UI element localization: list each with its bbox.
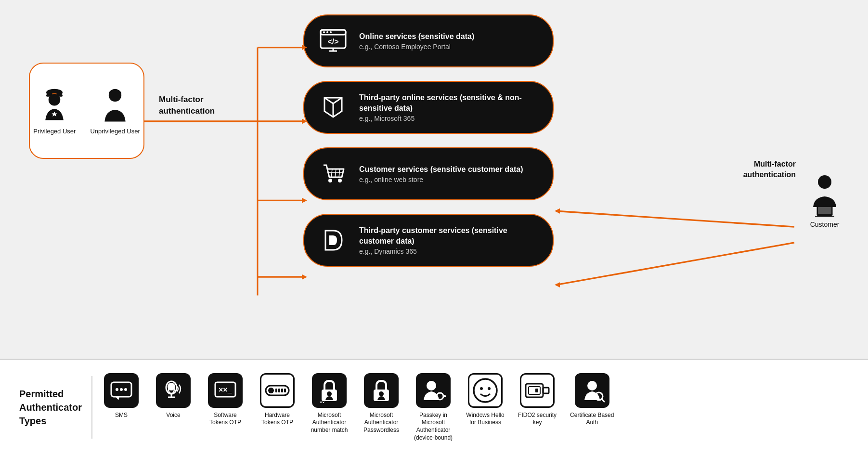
svg-rect-24: [815, 216, 834, 217]
user-group-box: Privileged User Unprivileged User: [29, 63, 144, 159]
svg-point-4: [49, 94, 60, 105]
svg-line-37: [556, 243, 794, 285]
thirdparty-online-subtitle: e.g., Microsoft 365: [359, 115, 539, 122]
auth-item-fido2: FIDO2 securitykey: [518, 373, 557, 427]
ms-auth-passwordless-label: MicrosoftAuthenticatorPasswordless: [363, 412, 399, 434]
bottom-section: PermittedAuthenticatorTypes SMS: [0, 359, 868, 455]
svg-line-74: [602, 399, 605, 402]
cert-based-label: Certificate BasedAuth: [570, 412, 614, 427]
online-services-title: Online services (sensitive data): [359, 31, 474, 42]
thirdparty-customer-icon: [318, 225, 349, 256]
user-icons-row: Privileged User Unprivileged User: [33, 86, 140, 136]
svg-point-66: [480, 387, 483, 390]
svg-point-42: [124, 388, 127, 391]
svg-rect-51: [275, 389, 277, 392]
svg-point-16: [338, 179, 342, 182]
service-box-online: </> Online services (sensitive data) e.g…: [303, 14, 554, 67]
software-tokens-icon-box: ××_: [208, 373, 243, 408]
mfa-right-label: Multi-factor authentication: [743, 159, 796, 181]
auth-item-cert-based: Certificate BasedAuth: [570, 373, 614, 427]
fido2-icon-box: [520, 373, 555, 408]
unprivileged-user-label: Unprivileged User: [90, 128, 140, 136]
svg-marker-36: [555, 208, 560, 214]
svg-point-9: [323, 31, 325, 33]
svg-rect-2: [52, 90, 58, 93]
online-services-subtitle: e.g., Contoso Employee Portal: [359, 43, 474, 51]
svg-line-17: [331, 169, 332, 177]
svg-marker-38: [555, 282, 560, 287]
customer-icon: [805, 173, 844, 217]
customer-services-text: Customer services (sensitive customer da…: [359, 164, 523, 183]
svg-rect-23: [818, 207, 831, 214]
auth-item-passkey: Passkey inMicrosoftAuthenticator(device-…: [414, 373, 453, 442]
privileged-user-icon: [38, 86, 71, 125]
ms-auth-passwordless-icon-box: [364, 373, 399, 408]
thirdparty-customer-text: Third-party customer services (sensitive…: [359, 225, 539, 256]
svg-point-10: [326, 31, 328, 33]
services-column: </> Online services (sensitive data) e.g…: [303, 14, 554, 267]
customer-services-subtitle: e.g., online web store: [359, 176, 523, 183]
svg-rect-53: [281, 389, 283, 392]
svg-marker-34: [302, 274, 307, 280]
svg-text:</>: </>: [327, 38, 338, 46]
privileged-user-block: Privileged User: [33, 86, 76, 136]
online-services-icon: </>: [318, 26, 349, 56]
voice-icon-box: [156, 373, 191, 408]
thirdparty-online-title: Third-party online services (sensitive &…: [359, 92, 539, 114]
cert-based-icon-box: [575, 373, 609, 408]
software-tokens-label: SoftwareTokens OTP: [209, 412, 241, 427]
fido2-label: FIDO2 securitykey: [518, 412, 557, 427]
mfa-left-label: Multi-factor authentication: [159, 94, 215, 117]
svg-point-65: [474, 379, 497, 402]
svg-rect-70: [529, 387, 540, 394]
auth-item-ms-auth-number: ××_ MicrosoftAuthenticatornumber match: [310, 373, 349, 434]
svg-point-21: [818, 175, 831, 189]
svg-line-19: [339, 169, 340, 177]
ms-auth-number-icon-box: ××_: [312, 373, 347, 408]
svg-point-15: [328, 179, 332, 182]
hardware-tokens-icon-box: [260, 373, 295, 408]
privileged-user-label: Privileged User: [33, 128, 76, 136]
svg-rect-52: [278, 389, 280, 392]
auth-item-software-tokens: ××_ SoftwareTokens OTP: [206, 373, 245, 427]
auth-item-ms-auth-passwordless: MicrosoftAuthenticatorPasswordless: [362, 373, 401, 434]
windows-hello-icon-box: [468, 373, 503, 408]
svg-text:××_: ××_: [320, 400, 328, 403]
svg-line-18: [335, 169, 336, 177]
svg-point-72: [587, 381, 597, 390]
ms-auth-number-label: MicrosoftAuthenticatornumber match: [311, 412, 348, 434]
svg-line-35: [556, 211, 794, 227]
auth-item-voice: Voice: [154, 373, 193, 419]
main-container: Privileged User Unprivileged User: [0, 0, 868, 455]
permitted-label: PermittedAuthenticatorTypes: [19, 387, 82, 428]
thirdparty-online-icon: [318, 92, 349, 123]
svg-point-11: [330, 31, 332, 33]
svg-rect-54: [284, 389, 286, 392]
svg-point-56: [327, 391, 332, 396]
svg-point-40: [116, 388, 118, 391]
diagram-section: Privileged User Unprivileged User: [0, 0, 868, 359]
svg-text:××_: ××_: [219, 386, 233, 394]
customer-services-title: Customer services (sensitive customer da…: [359, 164, 523, 175]
sms-label: SMS: [115, 412, 128, 419]
service-box-thirdparty-online: Third-party online services (sensitive &…: [303, 81, 554, 134]
sms-icon-box: [104, 373, 139, 408]
bottom-divider: [91, 376, 92, 439]
svg-rect-71: [535, 389, 538, 392]
hardware-tokens-label: HardwareTokens OTP: [261, 412, 293, 427]
thirdparty-customer-subtitle: e.g., Dynamics 365: [359, 247, 539, 255]
customer-services-icon: [318, 158, 349, 189]
voice-label: Voice: [166, 412, 180, 419]
customer-label: Customer: [810, 221, 840, 228]
svg-point-67: [488, 387, 491, 390]
service-box-thirdparty-customer: Third-party customer services (sensitive…: [303, 214, 554, 267]
online-services-text: Online services (sensitive data) e.g., C…: [359, 31, 474, 51]
svg-point-41: [120, 388, 123, 391]
windows-hello-label: Windows Hellofor Business: [466, 412, 504, 427]
passkey-label: Passkey inMicrosoftAuthenticator(device-…: [414, 412, 453, 442]
unprivileged-user-icon: [98, 86, 132, 125]
svg-point-60: [427, 381, 436, 390]
auth-item-windows-hello: Windows Hellofor Business: [466, 373, 505, 427]
svg-point-50: [268, 388, 274, 393]
thirdparty-online-text: Third-party online services (sensitive &…: [359, 92, 539, 123]
